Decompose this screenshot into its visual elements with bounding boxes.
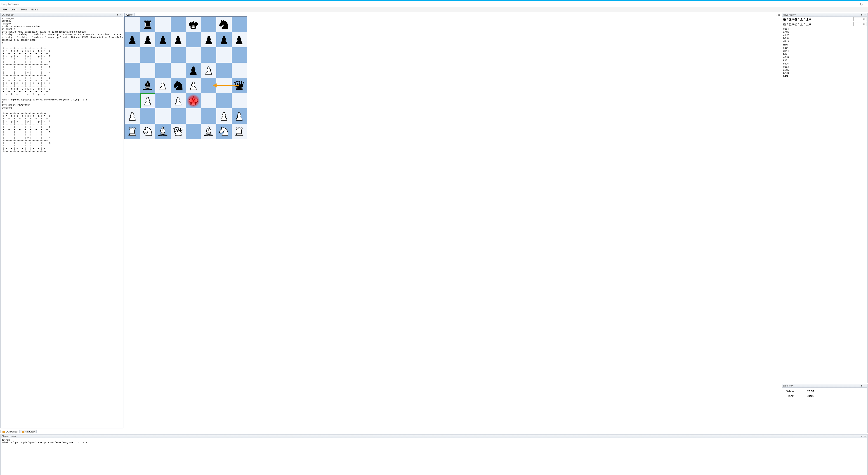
black-pawn-icon[interactable] (233, 34, 245, 46)
square-d5[interactable] (170, 63, 186, 78)
square-c5[interactable] (155, 63, 170, 78)
chess-board[interactable] (124, 16, 247, 139)
white-pawn-icon[interactable] (203, 64, 215, 76)
square-f4[interactable] (201, 78, 217, 93)
console-panel-header[interactable]: Chess console ⬘ ✕ (0, 434, 868, 438)
white-bishop-icon[interactable] (157, 125, 169, 137)
black-rook-icon[interactable] (142, 18, 154, 30)
move-item[interactable]: e2e4 (783, 27, 866, 30)
square-f6[interactable] (201, 47, 217, 63)
move-item[interactable]: c6d4 (783, 62, 866, 65)
move-item[interactable]: f2f4 (783, 53, 866, 56)
move-item[interactable]: e6e5 (783, 68, 866, 71)
white-pawn-icon[interactable] (233, 110, 245, 122)
square-a5[interactable] (125, 63, 140, 78)
square-d3[interactable] (170, 93, 186, 109)
square-c7[interactable] (155, 32, 170, 48)
black-knight-icon[interactable] (172, 80, 184, 91)
square-d4[interactable] (170, 78, 186, 93)
black-pawn-icon[interactable] (142, 34, 154, 46)
pin-icon[interactable]: ⬘ (860, 13, 863, 16)
square-a6[interactable] (125, 47, 140, 63)
white-pawn-icon[interactable] (126, 110, 138, 122)
square-f3[interactable] (201, 93, 217, 109)
maximize-button[interactable]: ▢ (860, 2, 863, 6)
white-pawn-icon[interactable] (142, 95, 154, 107)
square-e8[interactable] (186, 17, 201, 32)
square-d8[interactable] (170, 17, 186, 32)
game-tab[interactable]: Game (124, 13, 134, 16)
square-e5[interactable] (186, 63, 201, 78)
square-h8[interactable] (232, 17, 247, 32)
square-e2[interactable] (186, 108, 201, 124)
square-g1[interactable] (216, 124, 232, 139)
menu-board[interactable]: Board (30, 8, 40, 11)
move-item[interactable]: a8b8 (783, 56, 866, 59)
square-g5[interactable] (216, 63, 232, 78)
square-g6[interactable] (216, 47, 232, 63)
square-e6[interactable] (186, 47, 201, 63)
move-item[interactable]: c2c4 (783, 46, 866, 49)
square-f7[interactable] (201, 32, 217, 48)
square-a8[interactable] (125, 17, 140, 32)
square-g8[interactable] (216, 17, 232, 32)
square-a2[interactable] (125, 108, 140, 124)
square-h1[interactable] (232, 124, 247, 139)
square-g4[interactable] (216, 78, 232, 93)
square-c8[interactable] (155, 17, 170, 32)
square-h3[interactable] (232, 93, 247, 109)
move-item[interactable]: f8b4 (783, 43, 866, 46)
movehist-panel-header[interactable]: Move history ⬘ ✕ (782, 13, 868, 17)
tab-noteview[interactable]: NoteView (20, 430, 37, 434)
square-h5[interactable] (232, 63, 247, 78)
white-pawn-icon[interactable] (187, 80, 199, 91)
square-g3[interactable] (216, 93, 232, 109)
white-bishop-icon[interactable] (203, 125, 215, 137)
square-h7[interactable] (232, 32, 247, 48)
square-a3[interactable] (125, 93, 140, 109)
black-pawn-icon[interactable] (172, 34, 184, 46)
move-item[interactable]: e2e3 (783, 65, 866, 68)
square-b5[interactable] (140, 63, 156, 78)
square-a1[interactable] (125, 124, 140, 139)
white-knight-icon[interactable] (142, 125, 154, 137)
square-e7[interactable] (186, 32, 201, 48)
square-d6[interactable] (170, 47, 186, 63)
move-item[interactable]: e7e6 (783, 30, 866, 33)
square-h6[interactable] (232, 47, 247, 63)
square-c2[interactable] (155, 108, 170, 124)
square-b6[interactable] (140, 47, 156, 63)
square-g2[interactable] (216, 108, 232, 124)
white-pawn-icon[interactable] (157, 80, 169, 91)
menu-file[interactable]: File (1, 8, 8, 11)
black-pawn-icon[interactable] (218, 34, 230, 46)
square-c1[interactable] (155, 124, 170, 139)
move-item[interactable]: h4f4 (783, 75, 866, 78)
square-h4[interactable] (232, 78, 247, 93)
square-f8[interactable] (201, 17, 217, 32)
pin-icon[interactable]: ⬘ (860, 385, 863, 387)
close-icon[interactable]: ✕ (120, 13, 122, 16)
minimize-button[interactable]: — (856, 2, 858, 6)
move-item[interactable]: d8h4 (783, 49, 866, 53)
tab-uci-monitor[interactable]: UCI Monitor (0, 430, 20, 434)
close-button[interactable]: ✕ (864, 2, 867, 6)
game-close-icon[interactable]: ✕ (778, 14, 780, 16)
square-c3[interactable] (155, 93, 170, 109)
close-icon[interactable]: ✕ (864, 435, 866, 438)
black-bishop-icon[interactable] (142, 80, 154, 91)
square-f1[interactable] (201, 124, 217, 139)
white-pawn-icon[interactable] (172, 95, 184, 107)
timer-panel-header[interactable]: TimerView ⬘ ✕ (782, 384, 868, 388)
white-queen-icon[interactable] (172, 125, 184, 137)
square-b7[interactable] (140, 32, 156, 48)
menu-learn[interactable]: Learn (9, 8, 19, 11)
black-pawn-icon[interactable] (203, 34, 215, 46)
square-f2[interactable] (201, 108, 217, 124)
square-d1[interactable] (170, 124, 186, 139)
pin-icon[interactable]: ⬘ (116, 13, 119, 16)
black-pawn-icon[interactable] (157, 34, 169, 46)
close-icon[interactable]: ✕ (864, 13, 866, 16)
square-c4[interactable] (155, 78, 170, 93)
square-e1[interactable] (186, 124, 201, 139)
